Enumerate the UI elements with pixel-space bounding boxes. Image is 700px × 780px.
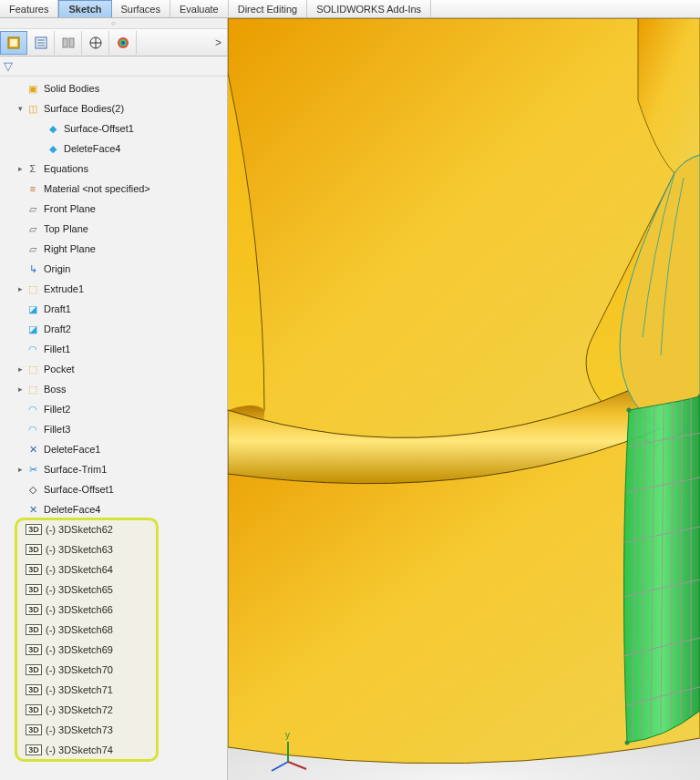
configuration-manager-tab[interactable]: [55, 31, 82, 55]
svg-point-13: [121, 41, 125, 45]
tab-direct-editing[interactable]: Direct Editing: [229, 0, 307, 17]
tree-item[interactable]: ▸↳Origin: [0, 259, 227, 279]
tree-item[interactable]: ▸◆DeleteFace4: [0, 139, 227, 159]
tree-item[interactable]: ▸⬚Pocket: [0, 359, 227, 379]
3d-icon: 3D: [26, 664, 42, 675]
tree-item-label: Equations: [44, 163, 88, 174]
tree-item[interactable]: ▸◆Surface-Offset1: [0, 118, 227, 139]
property-manager-tab[interactable]: [27, 31, 55, 55]
tree-item[interactable]: ▸▱Top Plane: [0, 219, 227, 239]
tree-caret[interactable]: ▸: [15, 284, 26, 293]
tree-item[interactable]: ▾◫Surface Bodies(2): [0, 98, 227, 118]
tree-item-label: DeleteFace1: [44, 444, 100, 455]
3d-icon: 3D: [26, 524, 42, 535]
tab-surfaces[interactable]: Surfaces: [112, 0, 170, 17]
tree-item[interactable]: ▸◇Surface-Offset1: [0, 479, 227, 499]
tree-item[interactable]: ▸3D(-) 3DSketch71: [0, 680, 227, 700]
tab-features[interactable]: Features: [0, 0, 58, 17]
plane-icon: ▱: [26, 201, 40, 216]
offset-icon: ◆: [46, 141, 60, 156]
tree-item[interactable]: ▸⬚Extrude1: [0, 279, 227, 299]
tree-filter-row: ▽: [0, 56, 227, 77]
tree-item[interactable]: ▸▱Right Plane: [0, 239, 227, 259]
eq-icon: Σ: [26, 161, 40, 176]
tree-item[interactable]: ▸✂Surface-Trim1: [0, 459, 227, 479]
tree-item[interactable]: ▸3D(-) 3DSketch73: [0, 720, 227, 740]
tree-item[interactable]: ▸◪Draft2: [0, 319, 227, 339]
tree-item-label: Fillet2: [44, 404, 70, 415]
3d-icon: 3D: [26, 704, 42, 715]
svg-point-15: [627, 408, 632, 413]
fillet-icon: ◠: [26, 402, 40, 416]
tree-item[interactable]: ▸✕DeleteFace4: [0, 499, 227, 519]
offset-s-icon: ◇: [26, 482, 40, 497]
tree-item[interactable]: ▸3D(-) 3DSketch68: [0, 620, 227, 640]
tree-caret[interactable]: ▸: [15, 364, 26, 374]
tree-item-label: Surface-Trim1: [44, 464, 107, 475]
tree-item-label: Extrude1: [44, 283, 84, 294]
tree-item-label: Solid Bodies: [44, 83, 99, 94]
plane-icon: ▱: [26, 241, 40, 256]
tree-item-label: (-) 3DSketch66: [46, 604, 113, 615]
tree-item-label: (-) 3DSketch71: [46, 684, 113, 695]
svg-rect-1: [10, 39, 17, 46]
fillet-icon: ◠: [26, 422, 40, 436]
tree-item-label: Draft2: [44, 323, 71, 334]
manager-tab-row: >: [0, 29, 227, 56]
draft-icon: ◪: [26, 322, 40, 336]
panel-grip[interactable]: ○: [0, 18, 227, 29]
tree-item[interactable]: ▸⬚Boss: [0, 379, 227, 399]
tree-item-label: (-) 3DSketch62: [46, 524, 113, 535]
tree-item-label: (-) 3DSketch72: [46, 704, 113, 715]
dimxpert-manager-tab[interactable]: [82, 31, 109, 55]
display-icon: [116, 36, 130, 50]
3d-icon: 3D: [26, 624, 42, 635]
extrude-icon: ⬚: [26, 282, 40, 296]
tree-item[interactable]: ▸3D(-) 3DSketch72: [0, 700, 227, 720]
tree-item[interactable]: ▸3D(-) 3DSketch63: [0, 539, 227, 559]
graphics-viewport[interactable]: ⸽: [228, 18, 700, 780]
tree-item[interactable]: ▸3D(-) 3DSketch74: [0, 740, 227, 760]
tree-item-label: (-) 3DSketch63: [46, 544, 113, 555]
tab-evaluate[interactable]: Evaluate: [170, 0, 229, 17]
tree-item[interactable]: ▸3D(-) 3DSketch62: [0, 519, 227, 539]
tree-item[interactable]: ▸3D(-) 3DSketch65: [0, 580, 227, 600]
svg-rect-6: [63, 38, 67, 47]
tree-item[interactable]: ▸ΣEquations: [0, 159, 227, 179]
tree-caret[interactable]: ▸: [15, 385, 26, 394]
tree-item[interactable]: ▸◠Fillet2: [0, 399, 227, 419]
property-icon: [34, 36, 48, 50]
tree-item[interactable]: ▸✕DeleteFace1: [0, 439, 227, 459]
tree-item-label: Boss: [44, 384, 66, 395]
tree-item[interactable]: ▸▱Front Plane: [0, 199, 227, 219]
display-manager-tab[interactable]: [109, 31, 137, 55]
tab-sketch[interactable]: Sketch: [58, 0, 111, 17]
tree-item[interactable]: ▸≡Material <not specified>: [0, 179, 227, 199]
tree-caret[interactable]: ▾: [15, 104, 26, 113]
tree-item[interactable]: ▸3D(-) 3DSketch66: [0, 600, 227, 620]
tree-item[interactable]: ▸3D(-) 3DSketch69: [0, 640, 227, 660]
feature-manager-tab[interactable]: [0, 31, 27, 55]
green-surface: [623, 395, 700, 745]
tree-item-label: Front Plane: [44, 203, 96, 214]
tree-caret[interactable]: ▸: [15, 164, 26, 173]
delface-icon: ✕: [26, 502, 40, 517]
tabs-overflow-arrow[interactable]: >: [215, 36, 221, 49]
tree-item[interactable]: ▸3D(-) 3DSketch64: [0, 559, 227, 580]
tree-item-label: (-) 3DSketch68: [46, 624, 113, 635]
tree-item-label: Fillet1: [44, 344, 70, 354]
tree-item-label: Origin: [44, 263, 70, 274]
tab-addins[interactable]: SOLIDWORKS Add-Ins: [307, 0, 431, 17]
filter-icon[interactable]: ▽: [4, 59, 13, 73]
tree-item-label: Surface-Offset1: [44, 484, 114, 495]
tree-caret[interactable]: ▸: [15, 465, 26, 474]
offset-icon: ◆: [46, 121, 60, 136]
tree-item[interactable]: ▸◪Draft1: [0, 299, 227, 319]
tree-item[interactable]: ▸▣Solid Bodies: [0, 78, 227, 98]
config-icon: [61, 36, 76, 50]
tree-item[interactable]: ▸◠Fillet3: [0, 419, 227, 439]
tree-item-label: Surface Bodies(2): [44, 103, 124, 114]
tree-item[interactable]: ▸◠Fillet1: [0, 339, 227, 359]
feature-tree[interactable]: ▸▣Solid Bodies▾◫Surface Bodies(2)▸◆Surfa…: [0, 77, 227, 780]
tree-item[interactable]: ▸3D(-) 3DSketch70: [0, 660, 227, 680]
